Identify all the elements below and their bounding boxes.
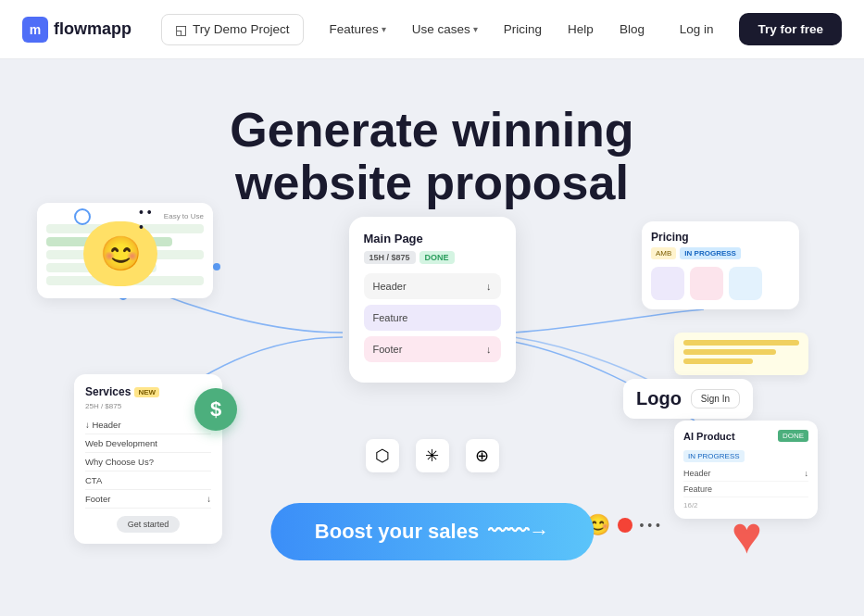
dollar-icon: $ xyxy=(194,388,237,431)
red-dot xyxy=(618,518,632,533)
emoji-shape: 😊 • • • xyxy=(83,221,157,286)
nav-use-cases[interactable]: Use cases ▾ xyxy=(401,15,489,44)
heart-shape: ♥ xyxy=(732,505,762,565)
main-page-badges: 15H / $875 DONE xyxy=(364,251,501,264)
main-page-card: Main Page 15H / $875 DONE Header ↓ Featu… xyxy=(349,217,516,383)
signin-button[interactable]: Sign In xyxy=(691,389,740,409)
services-sub: 25H / $875 xyxy=(85,402,211,410)
services-item: ↓ Header xyxy=(85,416,211,434)
chevron-down-icon: ▾ xyxy=(473,24,478,34)
cta-wrapper: Boost your sales 〰〰→ xyxy=(270,488,594,560)
cta-symbol: 〰〰→ xyxy=(488,520,549,544)
hero-line1: Generate winning xyxy=(230,103,633,157)
decorative-circle-2 xyxy=(213,263,220,270)
ai-item-header: Header ↓ xyxy=(683,466,808,482)
mockup-label: Easy to Use xyxy=(46,212,204,220)
services-item: Footer ↓ xyxy=(85,490,211,509)
yellow-note-card xyxy=(674,333,808,375)
ai-item-feature: Feature xyxy=(683,482,808,497)
demo-label: Try Demo Project xyxy=(193,22,290,36)
note-lines xyxy=(683,340,799,364)
pricing-icon-1 xyxy=(651,267,684,300)
pricing-title: Pricing xyxy=(651,231,790,244)
card-item-footer: Footer ↓ xyxy=(364,336,501,362)
try-free-button[interactable]: Try for free xyxy=(739,13,842,45)
nav-features[interactable]: Features ▾ xyxy=(319,15,397,44)
done-badge: DONE xyxy=(778,430,808,442)
nav-blog[interactable]: Blog xyxy=(608,15,656,44)
try-demo-button[interactable]: ◱ Try Demo Project xyxy=(161,14,304,45)
demo-icon: ◱ xyxy=(175,22,187,37)
pricing-icons xyxy=(651,267,790,300)
navbar: m flowmapp ◱ Try Demo Project Features ▾… xyxy=(0,0,864,59)
pricing-card: Pricing AMB IN PROGRESS xyxy=(642,221,799,309)
logo-signin-card: Logo Sign In xyxy=(623,379,753,419)
cta-label: Boost your sales xyxy=(315,520,479,544)
smiley-dot-row: 😊 • • • xyxy=(585,513,660,537)
services-footer: Get started xyxy=(85,514,211,533)
nav-pricing[interactable]: Pricing xyxy=(493,15,553,44)
note-line xyxy=(683,358,753,364)
pricing-badges: AMB IN PROGRESS xyxy=(651,247,790,259)
services-title: Services NEW xyxy=(85,385,211,398)
nav-pricing-label: Pricing xyxy=(504,22,542,36)
services-item: Web Development xyxy=(85,434,211,453)
note-line xyxy=(683,349,776,355)
services-item: Why Choose Us? xyxy=(85,453,211,471)
amber-badge: AMB xyxy=(651,247,676,259)
progress-badge-2: IN PROGRESS xyxy=(683,450,745,462)
pricing-icon-3 xyxy=(729,267,762,300)
nav-right: Log in Try for free xyxy=(665,13,842,45)
pricing-icon-2 xyxy=(690,267,723,300)
services-item: CTA xyxy=(85,471,211,490)
cta-button[interactable]: Boost your sales 〰〰→ xyxy=(270,503,594,560)
logo[interactable]: m flowmapp xyxy=(22,17,131,43)
hero-headline: Generate winning website proposal xyxy=(0,104,864,209)
card-item-feature: Feature xyxy=(364,305,501,331)
progress-badge: IN PROGRESS xyxy=(680,247,741,259)
logo-icon: m xyxy=(22,17,48,43)
new-badge: NEW xyxy=(134,387,159,397)
nav-blog-label: Blog xyxy=(620,22,645,36)
logo-label: Logo xyxy=(636,388,682,409)
ai-card-title: AI Product xyxy=(683,431,735,442)
nav-help-label: Help xyxy=(568,22,594,36)
nav-help[interactable]: Help xyxy=(557,15,605,44)
integrations-row: ⬡ ✳ ⊕ xyxy=(366,439,499,472)
nav-features-label: Features xyxy=(330,22,379,36)
ai-card-header: AI Product DONE xyxy=(683,430,808,442)
dots-icon: • • • xyxy=(640,518,660,533)
integration-icon-1: ⬡ xyxy=(366,439,399,472)
card-item-header: Header ↓ xyxy=(364,273,501,299)
integration-icon-2: ✳ xyxy=(416,439,449,472)
note-line xyxy=(683,340,799,346)
done-badge: DONE xyxy=(419,251,455,264)
hero-line2: website proposal xyxy=(235,156,629,209)
chevron-down-icon: ▾ xyxy=(382,24,386,34)
integration-icon-3: ⊕ xyxy=(466,439,499,472)
get-started-label: Get started xyxy=(117,516,181,533)
logo-text: flowmapp xyxy=(54,19,131,39)
nav-links: ◱ Try Demo Project Features ▾ Use cases … xyxy=(161,14,665,45)
hours-badge: 15H / $875 xyxy=(364,251,416,264)
login-button[interactable]: Log in xyxy=(665,15,729,44)
nav-use-cases-label: Use cases xyxy=(412,22,470,36)
main-content: Generate winning website proposal 😊 • • … xyxy=(0,59,864,616)
hero-section: Generate winning website proposal xyxy=(0,59,864,209)
main-page-title: Main Page xyxy=(364,232,501,245)
